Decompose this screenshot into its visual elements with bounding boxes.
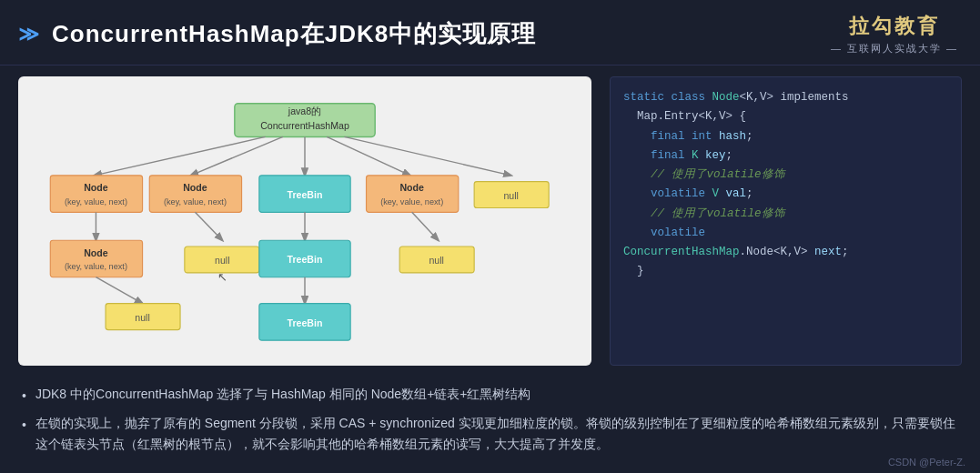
svg-text:Node: Node bbox=[183, 182, 207, 193]
svg-text:(key, value, next): (key, value, next) bbox=[65, 197, 127, 206]
svg-text:null: null bbox=[429, 255, 444, 266]
bottom-text: • JDK8 中的ConcurrentHashMap 选择了与 HashMap … bbox=[0, 375, 980, 468]
svg-line-38 bbox=[96, 277, 142, 304]
header-icon: ≫ bbox=[18, 23, 39, 46]
bullet-item-1: • JDK8 中的ConcurrentHashMap 选择了与 HashMap … bbox=[22, 384, 958, 408]
svg-rect-15 bbox=[149, 176, 241, 213]
code-line-10: } bbox=[623, 262, 948, 281]
code-line-2: Map.Entry<K,V> { bbox=[623, 107, 948, 126]
svg-text:(key, value, next): (key, value, next) bbox=[65, 262, 127, 271]
code-line-3: final int hash; bbox=[623, 127, 948, 146]
svg-text:null: null bbox=[503, 190, 519, 201]
svg-text:↖: ↖ bbox=[217, 271, 227, 284]
svg-text:TreeBin: TreeBin bbox=[288, 189, 323, 200]
brand: 拉勾教育 — 互联网人实战大学 — bbox=[831, 13, 958, 55]
svg-rect-12 bbox=[50, 176, 142, 213]
code-area: static class Node<K,V> implements Map.En… bbox=[610, 76, 962, 366]
code-line-9: ConcurrentHashMap.Node<K,V> next; bbox=[623, 243, 948, 262]
svg-rect-29 bbox=[50, 240, 142, 277]
svg-text:Node: Node bbox=[84, 247, 108, 258]
svg-line-3 bbox=[95, 136, 266, 175]
svg-rect-20 bbox=[367, 176, 459, 213]
code-line-7: // 使用了volatile修饰 bbox=[623, 205, 948, 224]
svg-line-26 bbox=[195, 212, 222, 240]
svg-text:(key, value, next): (key, value, next) bbox=[380, 197, 443, 206]
svg-line-28 bbox=[412, 212, 439, 240]
code-line-8: volatile bbox=[623, 224, 948, 243]
svg-text:Node: Node bbox=[399, 182, 424, 193]
bullet-dot-2: • bbox=[22, 415, 26, 437]
code-line-1: static class Node<K,V> implements bbox=[623, 88, 948, 107]
svg-text:(key, value, next): (key, value, next) bbox=[164, 197, 227, 206]
svg-text:java8的: java8的 bbox=[288, 106, 321, 116]
bullet-text-2: 在锁的实现上，抛弃了原有的 Segment 分段锁，采用 CAS + synch… bbox=[35, 413, 958, 455]
svg-text:TreeBin: TreeBin bbox=[288, 254, 323, 265]
main-content: java8的 ConcurrentHashMap 🔒 🔒 🔒 🔒 Node (k… bbox=[0, 65, 980, 375]
page-title: ConcurrentHashMap在JDK8中的实现原理 bbox=[52, 18, 536, 50]
code-line-4: final K key; bbox=[623, 146, 948, 166]
bullet-item-2: • 在锁的实现上，抛弃了原有的 Segment 分段锁，采用 CAS + syn… bbox=[22, 413, 958, 455]
header: ≫ ConcurrentHashMap在JDK8中的实现原理 拉勾教育 — 互联… bbox=[0, 0, 980, 65]
bullet-text-1: JDK8 中的ConcurrentHashMap 选择了与 HashMap 相同… bbox=[35, 384, 958, 405]
svg-text:ConcurrentHashMap: ConcurrentHashMap bbox=[260, 120, 349, 131]
svg-text:Node: Node bbox=[84, 182, 108, 193]
code-line-5: // 使用了volatile修饰 bbox=[623, 166, 948, 185]
code-line-6: volatile V val; bbox=[623, 185, 948, 204]
svg-text:TreeBin: TreeBin bbox=[288, 317, 323, 328]
diagram-svg: java8的 ConcurrentHashMap 🔒 🔒 🔒 🔒 Node (k… bbox=[33, 91, 577, 351]
brand-name: 拉勾教育 bbox=[831, 13, 958, 40]
diagram-area: java8的 ConcurrentHashMap 🔒 🔒 🔒 🔒 Node (k… bbox=[18, 76, 591, 366]
brand-sub: — 互联网人实战大学 — bbox=[831, 42, 958, 55]
watermark: CSDN @Peter-Z. bbox=[888, 457, 965, 468]
svg-text:null: null bbox=[135, 312, 150, 323]
bullet-dot-1: • bbox=[22, 386, 26, 408]
svg-text:null: null bbox=[215, 255, 230, 266]
